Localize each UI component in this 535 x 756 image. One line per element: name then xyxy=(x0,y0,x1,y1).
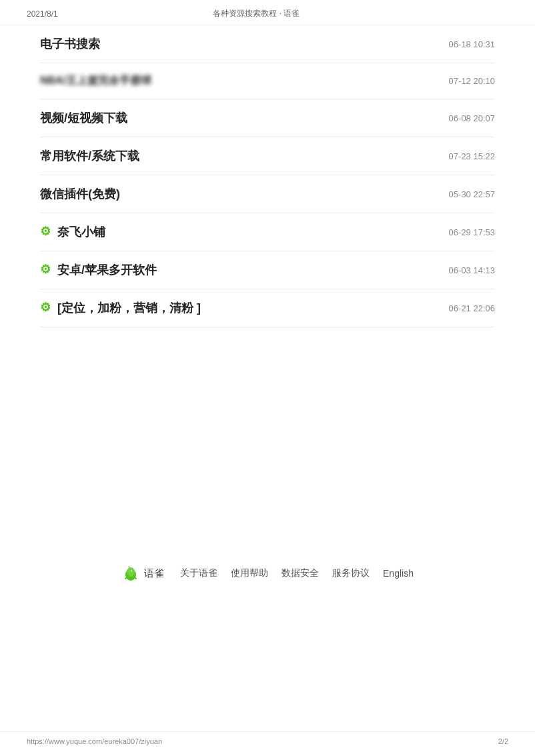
list-item[interactable]: ⚙奈飞小铺06-29 17:53 xyxy=(40,213,495,251)
item-date: 07-23 15:22 xyxy=(449,151,495,161)
item-title: ⚙奈飞小铺 xyxy=(40,224,105,240)
logo-text: 语雀 xyxy=(144,567,164,580)
item-date: 06-08 20:07 xyxy=(449,113,495,123)
item-date: 06-18 10:31 xyxy=(449,39,495,49)
page-footer: https://www.yuque.com/eureka007/ziyuan 2… xyxy=(0,731,535,751)
item-title: 微信插件(免费) xyxy=(40,186,120,202)
list-item[interactable]: ⚙[定位，加粉，营销，清粉 ]06-21 22:06 xyxy=(40,289,495,327)
item-date: 06-29 17:53 xyxy=(449,227,495,237)
item-date: 06-03 14:13 xyxy=(449,265,495,275)
list-item[interactable]: ⚙安卓/苹果多开软件06-03 14:13 xyxy=(40,251,495,289)
svg-point-3 xyxy=(132,570,133,571)
footer-about-link[interactable]: 关于语雀 xyxy=(180,567,217,579)
item-title: 视频/短视频下载 xyxy=(40,110,127,126)
gear-icon: ⚙ xyxy=(40,301,53,315)
content-area: 电子书搜索06-18 10:31NBA/王上篮完全手册球07-12 20:10视… xyxy=(0,25,535,327)
gear-icon: ⚙ xyxy=(40,225,53,239)
item-date: 07-12 20:10 xyxy=(449,76,495,86)
footer-english-link[interactable]: English xyxy=(383,568,414,579)
item-title: NBA/王上篮完全手册球 xyxy=(40,74,151,88)
footer-agreement-link[interactable]: 服务协议 xyxy=(332,567,370,579)
item-title: 常用软件/系统下载 xyxy=(40,148,139,164)
list-item[interactable]: 视频/短视频下载06-08 20:07 xyxy=(40,99,495,137)
header-date: 2021/8/1 xyxy=(27,9,58,19)
list-item[interactable]: 电子书搜索06-18 10:31 xyxy=(40,25,495,63)
item-date: 05-30 22:57 xyxy=(449,189,495,199)
gear-icon: ⚙ xyxy=(40,263,53,277)
item-title: ⚙安卓/苹果多开软件 xyxy=(40,262,157,278)
item-date: 06-21 22:06 xyxy=(449,303,495,313)
logo-area: 语雀 xyxy=(121,564,164,583)
header-title: 各种资源搜索教程 · 语雀 xyxy=(213,8,300,19)
bird-icon xyxy=(121,564,140,583)
page-number: 2/2 xyxy=(498,737,508,745)
footer-nav: 关于语雀 使用帮助 数据安全 服务协议 English xyxy=(180,567,414,579)
page-url: https://www.yuque.com/eureka007/ziyuan xyxy=(27,737,162,745)
item-title: 电子书搜索 xyxy=(40,36,100,52)
footer-help-link[interactable]: 使用帮助 xyxy=(231,567,268,579)
item-title: ⚙[定位，加粉，营销，清粉 ] xyxy=(40,300,201,316)
list-item[interactable]: NBA/王上篮完全手册球07-12 20:10 xyxy=(40,63,495,99)
page-header: 2021/8/1 各种资源搜索教程 · 语雀 xyxy=(0,0,535,25)
site-footer: 语雀 关于语雀 使用帮助 数据安全 服务协议 English xyxy=(0,551,535,596)
footer-security-link[interactable]: 数据安全 xyxy=(282,567,319,579)
list-item[interactable]: 微信插件(免费)05-30 22:57 xyxy=(40,175,495,213)
list-item[interactable]: 常用软件/系统下载07-23 15:22 xyxy=(40,137,495,175)
